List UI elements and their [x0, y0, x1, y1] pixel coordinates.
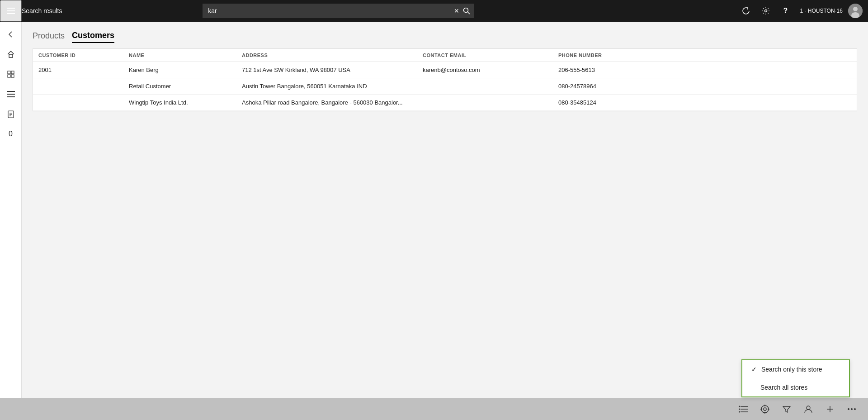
svg-point-7	[853, 7, 858, 11]
sidebar-count-button[interactable]: 0	[2, 125, 20, 143]
svg-point-28	[764, 408, 766, 410]
cell-address: 712 1st Ave SW Kirkland, WA 98007 USA	[242, 67, 423, 73]
svg-point-33	[807, 406, 810, 410]
refresh-button[interactable]	[737, 2, 755, 20]
svg-point-3	[464, 8, 468, 13]
tabs: Products Customers	[33, 29, 857, 43]
search-all-stores-option[interactable]: Search all stores	[742, 378, 849, 396]
table-row[interactable]: 2001 Karen Berg 712 1st Ave SW Kirkland,…	[33, 62, 857, 78]
svg-point-5	[764, 10, 767, 12]
avatar	[848, 4, 863, 18]
col-email: CONTACT EMAIL	[423, 52, 558, 58]
search-scope-popup: ✓ Search only this store Search all stor…	[741, 359, 850, 397]
svg-rect-16	[7, 96, 15, 97]
list-button[interactable]	[734, 400, 752, 418]
svg-point-25	[739, 409, 740, 410]
svg-point-27	[761, 406, 769, 413]
search-only-this-store-label: Search only this store	[761, 366, 822, 373]
table-header: CUSTOMER ID NAME ADDRESS CONTACT EMAIL P…	[33, 49, 857, 62]
svg-rect-2	[7, 13, 15, 14]
cell-phone: 080-24578964	[558, 83, 649, 90]
search-input[interactable]	[203, 4, 474, 18]
svg-point-37	[851, 408, 853, 410]
svg-point-26	[739, 411, 740, 413]
sidebar-orders-button[interactable]	[2, 105, 20, 123]
cell-name: Retail Customer	[129, 83, 242, 90]
sidebar-menu-button[interactable]	[2, 85, 20, 103]
svg-rect-10	[8, 71, 10, 74]
col-address: ADDRESS	[242, 52, 423, 58]
svg-point-38	[854, 408, 856, 410]
search-only-this-store-option[interactable]: ✓ Search only this store	[742, 360, 849, 378]
tab-customers[interactable]: Customers	[72, 29, 114, 43]
cell-phone: 080-35485124	[558, 99, 649, 106]
person-button[interactable]	[799, 400, 817, 418]
help-button[interactable]: ?	[777, 2, 795, 20]
cell-customer-id: 2001	[38, 67, 129, 73]
cell-email: karenb@contoso.com	[423, 67, 558, 73]
svg-rect-9	[9, 54, 13, 57]
svg-rect-14	[7, 91, 15, 92]
svg-rect-15	[7, 94, 15, 95]
search-clear-button[interactable]: ✕	[454, 7, 459, 14]
top-bar: Search results ✕ ? 1 - HOUSTON-16	[0, 0, 868, 22]
customers-table: CUSTOMER ID NAME ADDRESS CONTACT EMAIL P…	[33, 48, 857, 111]
svg-rect-1	[7, 10, 15, 11]
svg-rect-0	[7, 8, 15, 9]
search-all-stores-label: Search all stores	[760, 384, 807, 391]
svg-rect-13	[11, 75, 14, 77]
svg-rect-12	[8, 75, 10, 77]
svg-point-36	[848, 408, 849, 410]
table-row[interactable]: Retail Customer Austin Tower Bangalore, …	[33, 78, 857, 95]
cell-address: Austin Tower Bangalore, 560051 Karnataka…	[242, 83, 423, 90]
svg-point-24	[739, 406, 740, 407]
sidebar: 0	[0, 22, 22, 398]
svg-rect-11	[11, 71, 14, 74]
menu-button[interactable]	[0, 0, 22, 22]
filter-button[interactable]	[778, 400, 796, 418]
sidebar-back-button[interactable]	[2, 25, 20, 43]
table-row[interactable]: Wingtip Toys India Ltd. Ashoka Pillar ro…	[33, 95, 857, 111]
col-phone: PHONE NUMBER	[558, 52, 649, 58]
add-button[interactable]	[821, 400, 839, 418]
search-container: ✕	[203, 4, 474, 18]
col-name: NAME	[129, 52, 242, 58]
search-submit-button[interactable]	[459, 4, 474, 18]
cell-name: Wingtip Toys India Ltd.	[129, 99, 242, 106]
check-icon: ✓	[751, 366, 757, 373]
svg-line-4	[468, 12, 470, 14]
main-content: Products Customers CUSTOMER ID NAME ADDR…	[22, 22, 868, 398]
bottom-bar	[0, 398, 868, 420]
col-customer-id: CUSTOMER ID	[38, 52, 129, 58]
sidebar-products-button[interactable]	[2, 65, 20, 83]
top-bar-right: ? 1 - HOUSTON-16	[737, 2, 868, 20]
cell-phone: 206-555-5613	[558, 67, 649, 73]
more-button[interactable]	[843, 400, 861, 418]
cell-name: Karen Berg	[129, 67, 242, 73]
settings-button[interactable]	[757, 2, 775, 20]
store-label: 1 - HOUSTON-16	[800, 8, 843, 14]
tab-products[interactable]: Products	[33, 29, 65, 43]
sidebar-home-button[interactable]	[2, 45, 20, 63]
target-button[interactable]	[756, 400, 774, 418]
cell-address: Ashoka Pillar road Bangalore, Bangalore …	[242, 99, 423, 106]
page-title: Search results	[22, 7, 62, 14]
